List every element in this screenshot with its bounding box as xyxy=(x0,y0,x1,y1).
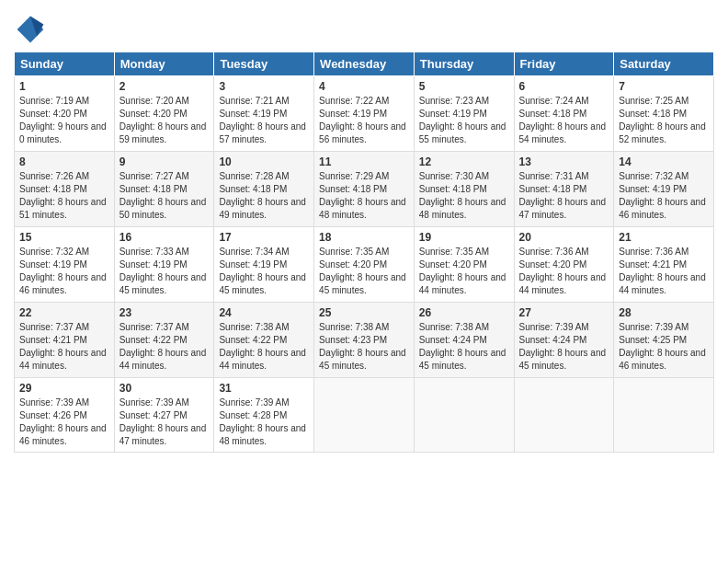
day-info: Sunrise: 7:36 AMSunset: 4:21 PMDaylight:… xyxy=(619,246,709,297)
day-number: 30 xyxy=(119,382,210,395)
day-number: 12 xyxy=(419,155,509,168)
calendar-cell: 25Sunrise: 7:38 AMSunset: 4:23 PMDayligh… xyxy=(314,303,415,378)
day-number: 28 xyxy=(619,306,709,319)
day-info: Sunrise: 7:34 AMSunset: 4:19 PMDaylight:… xyxy=(219,246,309,297)
calendar-table: SundayMondayTuesdayWednesdayThursdayFrid… xyxy=(14,52,714,453)
day-number: 29 xyxy=(19,382,109,395)
weekday-header-sunday: Sunday xyxy=(15,52,115,76)
day-number: 27 xyxy=(519,306,609,319)
calendar-cell: 21Sunrise: 7:36 AMSunset: 4:21 PMDayligh… xyxy=(614,227,714,303)
calendar-cell: 17Sunrise: 7:34 AMSunset: 4:19 PMDayligh… xyxy=(214,227,314,303)
calendar-week-1: 1Sunrise: 7:19 AMSunset: 4:20 PMDaylight… xyxy=(15,76,714,152)
day-number: 21 xyxy=(619,231,709,244)
day-info: Sunrise: 7:24 AMSunset: 4:18 PMDaylight:… xyxy=(519,95,609,146)
day-info: Sunrise: 7:20 AMSunset: 4:20 PMDaylight:… xyxy=(119,95,210,146)
day-info: Sunrise: 7:36 AMSunset: 4:20 PMDaylight:… xyxy=(519,246,609,297)
day-info: Sunrise: 7:38 AMSunset: 4:23 PMDaylight:… xyxy=(319,321,409,373)
day-number: 31 xyxy=(219,382,309,395)
day-info: Sunrise: 7:32 AMSunset: 4:19 PMDaylight:… xyxy=(19,246,109,297)
day-info: Sunrise: 7:39 AMSunset: 4:26 PMDaylight:… xyxy=(19,396,109,448)
day-info: Sunrise: 7:38 AMSunset: 4:22 PMDaylight:… xyxy=(219,321,309,373)
day-info: Sunrise: 7:27 AMSunset: 4:18 PMDaylight:… xyxy=(119,170,210,222)
calendar-week-5: 29Sunrise: 7:39 AMSunset: 4:26 PMDayligh… xyxy=(15,378,714,453)
day-info: Sunrise: 7:37 AMSunset: 4:21 PMDaylight:… xyxy=(19,321,109,373)
day-info: Sunrise: 7:19 AMSunset: 4:20 PMDaylight:… xyxy=(19,95,109,146)
calendar-cell: 11Sunrise: 7:29 AMSunset: 4:18 PMDayligh… xyxy=(314,152,415,227)
calendar-cell: 13Sunrise: 7:31 AMSunset: 4:18 PMDayligh… xyxy=(514,152,614,227)
calendar-cell: 20Sunrise: 7:36 AMSunset: 4:20 PMDayligh… xyxy=(514,227,614,303)
calendar-cell: 19Sunrise: 7:35 AMSunset: 4:20 PMDayligh… xyxy=(414,227,514,303)
day-number: 3 xyxy=(219,80,309,93)
calendar-cell: 15Sunrise: 7:32 AMSunset: 4:19 PMDayligh… xyxy=(15,227,115,303)
calendar-week-2: 8Sunrise: 7:26 AMSunset: 4:18 PMDaylight… xyxy=(15,152,714,227)
calendar-cell: 29Sunrise: 7:39 AMSunset: 4:26 PMDayligh… xyxy=(15,378,115,453)
calendar-cell: 4Sunrise: 7:22 AMSunset: 4:19 PMDaylight… xyxy=(314,76,415,152)
calendar-cell: 7Sunrise: 7:25 AMSunset: 4:18 PMDaylight… xyxy=(614,76,714,152)
day-number: 7 xyxy=(619,80,709,93)
calendar-cell: 2Sunrise: 7:20 AMSunset: 4:20 PMDaylight… xyxy=(114,76,214,152)
calendar-cell: 16Sunrise: 7:33 AMSunset: 4:19 PMDayligh… xyxy=(114,227,214,303)
day-number: 13 xyxy=(519,155,609,168)
calendar-cell: 5Sunrise: 7:23 AMSunset: 4:19 PMDaylight… xyxy=(414,76,514,152)
calendar-header-row: SundayMondayTuesdayWednesdayThursdayFrid… xyxy=(15,52,714,76)
calendar-cell: 26Sunrise: 7:38 AMSunset: 4:24 PMDayligh… xyxy=(414,303,514,378)
day-number: 23 xyxy=(119,306,210,319)
calendar-cell: 3Sunrise: 7:21 AMSunset: 4:19 PMDaylight… xyxy=(214,76,314,152)
day-number: 9 xyxy=(119,155,210,168)
day-info: Sunrise: 7:39 AMSunset: 4:24 PMDaylight:… xyxy=(519,321,609,373)
day-number: 6 xyxy=(519,80,609,93)
logo-icon xyxy=(14,13,47,46)
calendar-cell: 27Sunrise: 7:39 AMSunset: 4:24 PMDayligh… xyxy=(514,303,614,378)
logo xyxy=(14,13,49,46)
day-number: 16 xyxy=(119,231,210,244)
day-info: Sunrise: 7:39 AMSunset: 4:27 PMDaylight:… xyxy=(119,396,210,448)
weekday-header-saturday: Saturday xyxy=(614,52,714,76)
day-number: 10 xyxy=(219,155,309,168)
calendar-cell: 12Sunrise: 7:30 AMSunset: 4:18 PMDayligh… xyxy=(414,152,514,227)
day-info: Sunrise: 7:39 AMSunset: 4:25 PMDaylight:… xyxy=(619,321,709,373)
day-number: 20 xyxy=(519,231,609,244)
day-info: Sunrise: 7:28 AMSunset: 4:18 PMDaylight:… xyxy=(219,170,309,222)
day-info: Sunrise: 7:21 AMSunset: 4:19 PMDaylight:… xyxy=(219,95,309,146)
day-number: 17 xyxy=(219,231,309,244)
calendar-cell: 9Sunrise: 7:27 AMSunset: 4:18 PMDaylight… xyxy=(114,152,214,227)
day-info: Sunrise: 7:31 AMSunset: 4:18 PMDaylight:… xyxy=(519,170,609,222)
day-number: 19 xyxy=(419,231,509,244)
day-number: 15 xyxy=(19,231,109,244)
calendar-cell: 30Sunrise: 7:39 AMSunset: 4:27 PMDayligh… xyxy=(114,378,214,453)
calendar-cell xyxy=(414,378,514,453)
header xyxy=(14,9,714,46)
calendar-cell: 24Sunrise: 7:38 AMSunset: 4:22 PMDayligh… xyxy=(214,303,314,378)
calendar-cell: 10Sunrise: 7:28 AMSunset: 4:18 PMDayligh… xyxy=(214,152,314,227)
weekday-header-friday: Friday xyxy=(514,52,614,76)
day-number: 14 xyxy=(619,155,709,168)
calendar-cell: 14Sunrise: 7:32 AMSunset: 4:19 PMDayligh… xyxy=(614,152,714,227)
day-number: 4 xyxy=(319,80,409,93)
calendar-cell: 23Sunrise: 7:37 AMSunset: 4:22 PMDayligh… xyxy=(114,303,214,378)
day-info: Sunrise: 7:25 AMSunset: 4:18 PMDaylight:… xyxy=(619,95,709,146)
day-number: 11 xyxy=(319,155,409,168)
calendar-cell: 1Sunrise: 7:19 AMSunset: 4:20 PMDaylight… xyxy=(15,76,115,152)
day-number: 18 xyxy=(319,231,409,244)
day-info: Sunrise: 7:33 AMSunset: 4:19 PMDaylight:… xyxy=(119,246,210,297)
day-number: 25 xyxy=(319,306,409,319)
day-info: Sunrise: 7:29 AMSunset: 4:18 PMDaylight:… xyxy=(319,170,409,222)
day-number: 5 xyxy=(419,80,509,93)
calendar-cell xyxy=(314,378,415,453)
weekday-header-wednesday: Wednesday xyxy=(314,52,415,76)
day-number: 2 xyxy=(119,80,210,93)
day-info: Sunrise: 7:32 AMSunset: 4:19 PMDaylight:… xyxy=(619,170,709,222)
day-info: Sunrise: 7:37 AMSunset: 4:22 PMDaylight:… xyxy=(119,321,210,373)
day-info: Sunrise: 7:30 AMSunset: 4:18 PMDaylight:… xyxy=(419,170,509,222)
day-info: Sunrise: 7:35 AMSunset: 4:20 PMDaylight:… xyxy=(419,246,509,297)
day-info: Sunrise: 7:39 AMSunset: 4:28 PMDaylight:… xyxy=(219,396,309,448)
day-info: Sunrise: 7:26 AMSunset: 4:18 PMDaylight:… xyxy=(19,170,109,222)
calendar-cell: 31Sunrise: 7:39 AMSunset: 4:28 PMDayligh… xyxy=(214,378,314,453)
day-info: Sunrise: 7:35 AMSunset: 4:20 PMDaylight:… xyxy=(319,246,409,297)
page: SundayMondayTuesdayWednesdayThursdayFrid… xyxy=(0,0,728,563)
day-info: Sunrise: 7:23 AMSunset: 4:19 PMDaylight:… xyxy=(419,95,509,146)
calendar-cell: 28Sunrise: 7:39 AMSunset: 4:25 PMDayligh… xyxy=(614,303,714,378)
calendar-week-3: 15Sunrise: 7:32 AMSunset: 4:19 PMDayligh… xyxy=(15,227,714,303)
calendar-cell xyxy=(614,378,714,453)
calendar-body: 1Sunrise: 7:19 AMSunset: 4:20 PMDaylight… xyxy=(15,76,714,453)
